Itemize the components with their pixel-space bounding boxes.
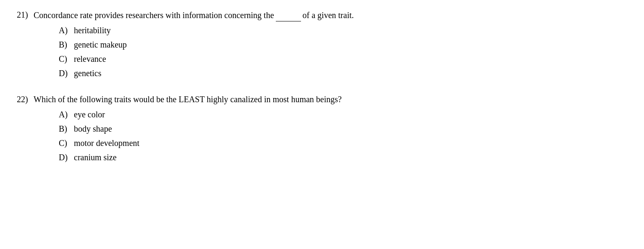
question-21-text-before: Concordance rate provides researchers wi…: [34, 11, 274, 20]
question-21: 21) Concordance rate provides researcher…: [17, 8, 627, 79]
option-22-b-label: B): [59, 122, 74, 135]
question-22-number: 22): [17, 93, 34, 106]
option-21-c: C) relevance: [59, 53, 627, 65]
option-21-d-label: D): [59, 67, 74, 79]
option-22-c: C) motor development: [59, 137, 627, 149]
option-22-d: D) cranium size: [59, 151, 627, 164]
question-21-number: 21): [17, 8, 34, 21]
question-21-text: 21) Concordance rate provides researcher…: [17, 8, 627, 21]
question-21-text-after: of a given trait.: [303, 11, 354, 20]
option-21-a-text: heritability: [74, 24, 111, 37]
option-22-c-label: C): [59, 137, 74, 149]
questions-container: 21) Concordance rate provides researcher…: [17, 8, 627, 164]
option-21-c-text: relevance: [74, 53, 106, 65]
option-21-b: B) genetic makeup: [59, 38, 627, 51]
option-22-a: A) eye color: [59, 108, 627, 121]
option-22-d-label: D): [59, 151, 74, 164]
option-21-d: D) genetics: [59, 67, 627, 79]
question-21-blank: [276, 8, 301, 21]
question-21-body: Concordance rate provides researchers wi…: [34, 8, 627, 21]
option-21-a-label: A): [59, 24, 74, 37]
question-22-options: A) eye color B) body shape C) motor deve…: [59, 108, 627, 164]
option-21-b-label: B): [59, 38, 74, 51]
question-22-text: 22) Which of the following traits would …: [17, 93, 627, 106]
option-21-d-text: genetics: [74, 67, 102, 79]
question-22-text-before: Which of the following traits would be t…: [34, 95, 342, 104]
option-22-d-text: cranium size: [74, 151, 117, 164]
option-22-b: B) body shape: [59, 122, 627, 135]
option-21-c-label: C): [59, 53, 74, 65]
option-22-a-text: eye color: [74, 108, 105, 121]
question-21-options: A) heritability B) genetic makeup C) rel…: [59, 24, 627, 79]
option-21-a: A) heritability: [59, 24, 627, 37]
option-22-b-text: body shape: [74, 122, 112, 135]
option-22-c-text: motor development: [74, 137, 139, 149]
option-22-a-label: A): [59, 108, 74, 121]
option-21-b-text: genetic makeup: [74, 38, 127, 51]
question-22-body: Which of the following traits would be t…: [34, 93, 627, 106]
question-22: 22) Which of the following traits would …: [17, 93, 627, 164]
